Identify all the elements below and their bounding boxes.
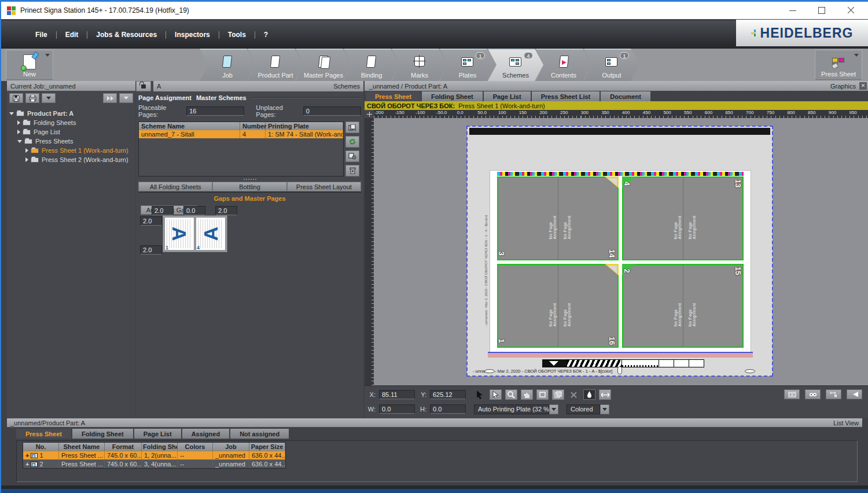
menu-file[interactable]: File <box>27 31 56 39</box>
delete-scheme-button[interactable] <box>345 165 359 176</box>
gap-left-top-field[interactable]: 2.0 <box>140 216 162 226</box>
x-field[interactable]: 85.11 <box>379 390 415 399</box>
step-output[interactable]: 1 Output <box>584 49 639 81</box>
next-view-button[interactable] <box>847 389 862 399</box>
step-product-part[interactable]: Product Part <box>248 49 303 81</box>
tab-bottling[interactable]: Bottling <box>212 182 286 192</box>
new-dropdown-arrow-icon[interactable] <box>45 54 50 57</box>
step-master-pages[interactable]: Master Pages <box>296 49 351 81</box>
expand-arrow-icon[interactable] <box>17 120 20 125</box>
plate-view-button[interactable] <box>784 389 800 399</box>
col-number[interactable]: Number <box>240 122 266 130</box>
tab-list-folding-sheet[interactable]: Folding Sheet <box>72 429 133 439</box>
master-page-thumb-1[interactable]: A 1 <box>164 217 194 251</box>
page-cell-1[interactable]: 1 No Page Assignment <box>498 265 558 347</box>
maximize-button[interactable] <box>818 7 825 14</box>
direct-select-tool[interactable] <box>490 389 502 400</box>
pan-tool[interactable] <box>521 389 533 400</box>
collapse-all-button[interactable] <box>119 93 133 103</box>
h-field[interactable]: 0.0 <box>430 404 466 414</box>
page-cell-15[interactable]: 15 No Page Assignment <box>683 265 743 347</box>
w-field[interactable]: 0.0 <box>379 404 415 414</box>
unplaced-pages-field[interactable]: 0 <box>303 106 361 116</box>
scheme-row[interactable]: unnamed_7 - Sitall 4 1: SM 74 - Sitall (… <box>139 130 343 138</box>
zoom-mode-select[interactable]: Auto Printing Plate (32 %) <box>474 404 558 414</box>
tab-list-assigned[interactable]: Assigned <box>182 429 230 439</box>
sheet-canvas[interactable]: - unnamed - Mar 2, 2020 - СВОЙ ОБОРОТ ЧЕ… <box>374 118 868 385</box>
col-sheet-name[interactable]: Sheet Name <box>59 443 105 451</box>
panel-splitter[interactable] <box>138 178 361 181</box>
refresh-scheme-button[interactable] <box>345 136 359 148</box>
tab-folding-sheet[interactable]: Folding Sheet <box>422 91 483 101</box>
tab-page-list[interactable]: Page List <box>484 91 531 101</box>
tree-item-product-part[interactable]: Product Part: A <box>8 109 134 118</box>
page-cell-14[interactable]: 14 No Page Assignment <box>558 178 618 259</box>
step-contents[interactable]: Contents <box>536 49 591 81</box>
tree-options-button[interactable] <box>42 93 56 103</box>
y-field[interactable]: 625.12 <box>430 390 466 399</box>
table-row[interactable]: +2 Press Sheet ... 745.0 x 60... 3, 4(un… <box>23 459 285 468</box>
step-schemes[interactable]: 4 Schemes <box>488 49 543 81</box>
ink-tool[interactable] <box>583 389 595 400</box>
expand-row-icon[interactable]: + <box>25 452 29 459</box>
menu-inspectors[interactable]: Inspectors <box>166 31 219 39</box>
col-format[interactable]: Format <box>105 443 142 451</box>
page-cell-4[interactable]: 4 No Page Assignment <box>623 178 683 259</box>
collapse-arrow-icon[interactable] <box>17 140 22 143</box>
col-colors[interactable]: Colors <box>178 443 213 451</box>
step-plates[interactable]: 1 Plates <box>440 49 495 81</box>
lock-button[interactable] <box>136 81 151 91</box>
tree-item-folding-sheets[interactable]: Folding Sheets <box>8 118 134 127</box>
minimize-button[interactable] <box>789 7 796 14</box>
gap-top-2-field[interactable]: 0.0 <box>183 206 205 215</box>
scheme-settings-button[interactable] <box>345 150 359 162</box>
display-mode-select[interactable]: Colored <box>567 404 609 414</box>
new-job-button[interactable]: New <box>6 50 53 80</box>
page-cell-13[interactable]: 13 No Page Assignment <box>683 178 743 259</box>
expand-arrow-icon[interactable] <box>25 148 28 153</box>
page-cell-16[interactable]: 16 No Page Assignment <box>558 265 618 347</box>
step-binding[interactable]: Binding <box>344 49 399 81</box>
page-cell-2[interactable]: 2 No Page Assignment <box>623 265 683 347</box>
col-printing-plate[interactable]: Printing Plate <box>266 122 343 130</box>
dimension-off-button[interactable] <box>826 389 841 399</box>
gap-top-3-field[interactable]: 2.0 <box>215 206 237 215</box>
printing-plate[interactable]: - unnamed - Mar 2, 2020 - СВОЙ ОБОРОТ ЧЕ… <box>467 126 773 376</box>
press-sheet-dropdown-arrow-icon[interactable] <box>854 54 859 57</box>
placeable-pages-field[interactable]: 16 <box>186 106 244 116</box>
tree-item-press-sheet-2[interactable]: Press Sheet 2 (Work-and-turn) <box>8 155 134 164</box>
page-assign-tool[interactable] <box>552 389 564 400</box>
expand-arrow-icon[interactable] <box>25 157 28 162</box>
master-page-thumb-4[interactable]: A 4 <box>196 217 226 251</box>
gap-top-1-field[interactable]: 2.0 <box>152 206 174 215</box>
tree-item-page-list[interactable]: Page List <box>8 127 134 137</box>
expand-all-button[interactable] <box>103 93 117 103</box>
spread-top-right[interactable]: 4 No Page Assignment 13 No Page Assignme… <box>622 176 744 260</box>
save-button[interactable] <box>9 93 23 103</box>
tab-press-sheet[interactable]: Press Sheet <box>366 91 421 101</box>
col-paper-size[interactable]: Paper Size <box>249 443 285 451</box>
press-sheet-preview[interactable]: - unnamed - Mar 2, 2020 - СВОЙ ОБОРОТ ЧЕ… <box>490 171 751 356</box>
spread-bottom-left[interactable]: 1 No Page Assignment 16 No Page Assignme… <box>497 264 619 348</box>
menu-help[interactable]: ? <box>255 31 277 39</box>
step-marks[interactable]: Marks <box>392 49 447 81</box>
cursor-tool[interactable] <box>474 389 486 400</box>
gap-left-bottom-field[interactable]: 2.0 <box>140 245 162 255</box>
col-job[interactable]: Job <box>213 443 249 451</box>
press-sheet-tool-button[interactable]: Press Sheet <box>815 50 862 80</box>
tab-press-sheet-list[interactable]: Press Sheet List <box>532 91 600 101</box>
expand-arrow-icon[interactable] <box>17 130 20 134</box>
duplicate-scheme-button[interactable] <box>345 122 359 133</box>
menu-jobs-resources[interactable]: Jobs & Resources <box>87 31 165 39</box>
page-pair-button[interactable] <box>805 389 821 399</box>
expand-row-icon[interactable]: + <box>25 461 29 468</box>
tree-item-press-sheets[interactable]: Press Sheets <box>8 137 134 146</box>
measure-tool[interactable] <box>599 389 611 400</box>
zoom-tool[interactable] <box>505 389 517 400</box>
close-button[interactable] <box>847 7 854 14</box>
spread-bottom-right[interactable]: 2 No Page Assignment 15 No Page Assignme… <box>622 264 744 348</box>
tab-list-page-list[interactable]: Page List <box>134 429 181 439</box>
tab-press-sheet-layout[interactable]: Press Sheet Layout <box>287 182 361 192</box>
table-row[interactable]: +1 Press Sheet ... 745.0 x 60... 1, 2(un… <box>23 451 285 459</box>
print-button[interactable] <box>25 93 39 103</box>
